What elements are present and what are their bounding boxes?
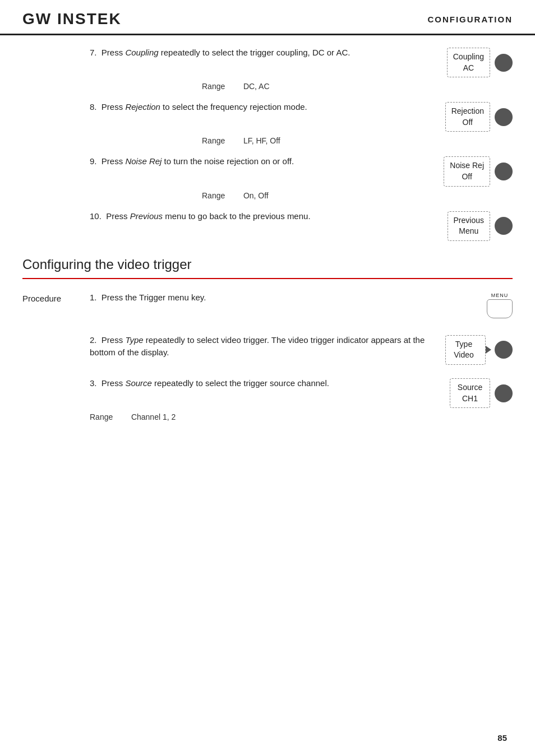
step-8-range: Range LF, HF, Off [202,136,513,145]
proc-step-1-widget: MENU [487,291,513,318]
proc-step-1: 1. Press the Trigger menu key. MENU [90,291,513,318]
proc-step-1-text: 1. Press the Trigger menu key. [90,291,487,304]
step-7-widget: CouplingAC [447,47,513,77]
step-10-text: 10. Press Previous menu to go back to th… [90,210,448,223]
step-7-text: 7. Press Coupling repeatedly to select t… [90,47,447,59]
proc-step-3-keyword: Source [125,378,152,388]
proc-step-3-range: Range Channel 1, 2 [90,412,513,421]
step-9-keyword: Noise Rej [125,156,162,166]
type-button-container: TypeVideo [445,335,486,365]
proc-step-3-text: 3. Press Source repeatedly to select the… [90,377,450,390]
step-7-range: Range DC, AC [202,82,513,91]
menu-key-top-label: MENU [491,293,509,298]
proc-step-3-number: 3. [90,378,97,388]
step-10-keyword: Previous [130,211,163,221]
step-9-range: Range On, Off [202,191,513,200]
step-10-widget: PreviousMenu [448,210,513,241]
proc-step-1-number: 1. [90,293,97,302]
step-7-keyword: Coupling [125,48,158,57]
step-8-number: 8. [90,102,97,112]
type-circle-btn[interactable] [495,341,513,359]
previous-menu-circle-btn[interactable] [495,217,513,235]
proc-step-2-text: 2. Press Type repeatedly to select video… [90,334,445,359]
proc-step-3-widget: SourceCH1 [450,377,513,408]
procedure-section: Procedure 1. Press the Trigger menu key.… [22,291,513,421]
step-7: 7. Press Coupling repeatedly to select t… [90,47,513,77]
page-number: 85 [497,733,507,743]
noiserej-button[interactable]: Noise RejOff [444,156,490,186]
noiserej-circle-btn[interactable] [495,163,513,180]
previous-menu-button[interactable]: PreviousMenu [448,211,490,241]
section-title: Configuring the video trigger [22,257,513,272]
step-9-text: 9. Press Noise Rej to turn the noise rej… [90,155,444,168]
step-8-text: 8. Press Rejection to select the frequen… [90,101,445,114]
arrow-right-icon [486,346,491,354]
proc-step-2-number: 2. [90,335,97,345]
logo: GW INSTEK [22,10,122,28]
step-8-keyword: Rejection [125,102,160,112]
proc-step-3: 3. Press Source repeatedly to select the… [90,377,513,408]
page-header: GW INSTEK CONFIGURATION [0,0,535,35]
main-content: 7. Press Coupling repeatedly to select t… [0,35,535,438]
proc-step-2-widget: TypeVideo [445,334,513,365]
proc-step-2: 2. Press Type repeatedly to select video… [90,334,513,365]
coupling-circle-btn[interactable] [495,54,513,72]
rejection-button[interactable]: RejectionOff [445,102,490,132]
source-button[interactable]: SourceCH1 [450,378,490,408]
step-10-number: 10. [90,211,102,221]
source-circle-btn[interactable] [495,384,513,402]
menu-key-widget: MENU [487,293,513,318]
steps-section-top: 7. Press Coupling repeatedly to select t… [90,47,513,241]
step-10: 10. Press Previous menu to go back to th… [90,210,513,241]
step-9: 9. Press Noise Rej to turn the noise rej… [90,155,513,186]
procedure-label: Procedure [22,291,90,303]
type-button[interactable]: TypeVideo [445,335,486,365]
proc-step-2-keyword: Type [125,335,143,345]
menu-key-icon[interactable] [487,299,513,318]
step-7-number: 7. [90,48,97,57]
rejection-circle-btn[interactable] [495,108,513,126]
step-8-widget: RejectionOff [445,101,513,132]
procedure-steps: 1. Press the Trigger menu key. MENU 2. P… [90,291,513,421]
step-8: 8. Press Rejection to select the frequen… [90,101,513,132]
page-title: CONFIGURATION [427,15,513,24]
section-divider [22,278,513,279]
coupling-button[interactable]: CouplingAC [447,48,490,77]
step-9-widget: Noise RejOff [444,155,513,186]
step-9-number: 9. [90,156,97,166]
